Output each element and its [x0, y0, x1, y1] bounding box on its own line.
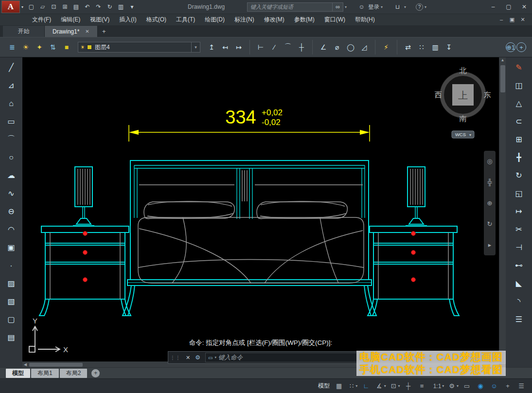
hatch-tool[interactable]: ▨ [3, 275, 19, 291]
trim-tool[interactable]: ✂ [511, 221, 527, 237]
wcs-badge[interactable]: WCS ▾ [452, 131, 474, 138]
dim-baseline-icon[interactable]: ⇄ [402, 41, 414, 54]
fillet-tool[interactable]: ◝ [511, 293, 527, 309]
open-folder-icon[interactable]: ▱ [37, 2, 48, 12]
layer-select[interactable]: ☀ 图层4 ▾ [78, 42, 200, 53]
zoom-icon[interactable]: ⊕ [487, 199, 493, 207]
navbar-more-icon[interactable]: ▸ [488, 241, 492, 249]
drawing-area[interactable]: 334 +0,02 -0,02 [22, 57, 506, 367]
make-layer-current-icon[interactable]: ↥ [205, 41, 218, 54]
quick-dimension-icon[interactable]: ◿ [358, 41, 371, 54]
compass-south[interactable]: 南 [460, 114, 467, 123]
app-logo[interactable]: A [1, 0, 20, 13]
ellipse-arc-tool[interactable]: ◠ [3, 221, 19, 237]
doc-minimize-button[interactable]: – [496, 17, 507, 23]
right-table-lamp[interactable] [406, 167, 427, 226]
layer-panel-icon[interactable]: ≣ [6, 41, 18, 54]
signin-group[interactable]: ☺ 登录 ▾ [356, 2, 383, 12]
chamfer-tool[interactable]: ◣ [511, 275, 527, 291]
pan-icon[interactable]: ╬ [487, 179, 492, 186]
new-tab-button[interactable]: + [98, 26, 110, 37]
minimize-button[interactable]: – [485, 0, 501, 14]
combo-caret-icon[interactable]: ▾ [191, 42, 200, 52]
menu-help[interactable]: 帮助(H) [350, 14, 380, 25]
object-snap-tracking-icon[interactable]: ┼ [404, 381, 415, 392]
add-tool-button[interactable]: + [516, 42, 526, 52]
save-as-icon[interactable]: ⊞ [60, 2, 70, 12]
layout1-tab[interactable]: 布局1 [31, 369, 59, 378]
search-caret-icon[interactable]: ▾ [345, 5, 347, 9]
extend-tool[interactable]: ⊣ [511, 239, 527, 255]
insert-block-tool[interactable]: ▣ [3, 239, 19, 255]
new-file-icon[interactable]: ▢ [26, 2, 36, 12]
array-tool[interactable]: ⊞ [511, 131, 527, 147]
drawing-tab[interactable]: Drawing1* ✕ [45, 26, 98, 37]
menu-format[interactable]: 格式(O) [142, 14, 171, 25]
erase-tool[interactable]: ✎ [511, 59, 527, 75]
annotation-scale-button[interactable]: 1:1▾ [431, 381, 446, 392]
gradient-tool[interactable]: ▧ [3, 293, 19, 309]
viewport-badge-icon[interactable]: ⊕1 [506, 42, 515, 52]
cart-icon[interactable]: ⊔ [392, 2, 403, 12]
grid-display-icon[interactable]: ▦ [334, 381, 346, 392]
quick-measure-icon[interactable]: ⚡ [380, 41, 392, 54]
compass-top-face[interactable]: 上 [458, 90, 468, 101]
layer-on-sun-icon[interactable]: ☀ [19, 41, 32, 54]
layer-transfer-icon[interactable]: ⇅ [47, 41, 59, 54]
print-icon[interactable]: ▤ [71, 2, 81, 12]
dimension-annotation[interactable]: 334 +0,02 -0,02 [129, 107, 370, 142]
right-nightstand[interactable] [368, 226, 459, 316]
scroll-left-icon[interactable]: ◀ [24, 363, 27, 367]
region-tool[interactable]: ▢ [3, 311, 19, 327]
orbit-icon[interactable]: ↻ [487, 220, 493, 228]
ordinate-dimension-icon[interactable]: ┼ [295, 41, 308, 54]
mirror-tool[interactable]: △ [511, 95, 527, 111]
clean-screen-icon[interactable]: + [503, 381, 514, 392]
polar-tracking-icon[interactable]: ∡▾ [375, 381, 388, 392]
workspace-gear-icon[interactable]: ⚙▾ [447, 381, 460, 392]
compass-west[interactable]: 西 [435, 90, 442, 99]
arc-length-dimension-icon[interactable]: ⌒ [282, 41, 294, 54]
vertical-scrollbar[interactable]: ▲ ▼ [499, 57, 506, 361]
scale-tool[interactable]: ◱ [511, 185, 527, 201]
table-tool[interactable]: ▤ [3, 329, 19, 345]
move-tool[interactable]: ╋ [511, 149, 527, 165]
menu-file[interactable]: 文件(F) [27, 14, 56, 25]
dim-style-icon[interactable]: ▥ [429, 41, 442, 54]
binoculars-search-icon[interactable]: ∞ [332, 3, 343, 11]
ellipse-tool[interactable]: ⊖ [3, 203, 19, 219]
aligned-dimension-icon[interactable]: ∕ [268, 41, 281, 54]
app-store-group[interactable]: ⊔ ▾ [392, 2, 406, 12]
stretch-tool[interactable]: ↦ [511, 203, 527, 219]
navigation-wheel-icon[interactable]: ◎ [487, 158, 492, 165]
redo-icon[interactable]: ↷ [93, 2, 104, 12]
menu-tools[interactable]: 工具(T) [171, 14, 200, 25]
left-table-lamp[interactable] [73, 167, 94, 226]
start-tab[interactable]: 开始 [3, 26, 45, 37]
circle-tool[interactable]: ○ [3, 149, 19, 165]
layer-previous-icon[interactable]: ↤ [219, 41, 231, 54]
dim-update-icon[interactable]: ↧ [443, 41, 455, 54]
layer-bulb-icon[interactable]: ✦ [33, 41, 46, 54]
horizontal-scroll-thumb[interactable] [29, 363, 83, 367]
offset-tool[interactable]: ⊂ [511, 113, 527, 129]
help-icon[interactable]: ? [416, 3, 423, 11]
doc-close-button[interactable]: ✕ [517, 17, 528, 23]
lineweight-display-icon[interactable]: ≡ [417, 381, 429, 392]
login-label[interactable]: 登录 [368, 3, 379, 11]
left-nightstand[interactable] [39, 226, 131, 316]
rectangle-tool[interactable]: ▭ [3, 113, 19, 129]
snap-mode-icon[interactable]: ∷▾ [348, 381, 359, 392]
recent-commands-icon[interactable]: ▭ [208, 355, 213, 360]
doc-restore-button[interactable]: ▣ [507, 17, 517, 23]
command-bar-customize-icon[interactable]: ⚙ [193, 354, 202, 361]
help-group[interactable]: ? ▾ [416, 3, 426, 11]
share-user-icon[interactable]: ☺ [489, 381, 501, 392]
command-bar-drag-handle[interactable]: ⋮⋮ [168, 355, 183, 360]
close-tab-icon[interactable]: ✕ [85, 29, 89, 34]
customization-menu-icon[interactable]: ☰ [516, 381, 528, 392]
search-input[interactable] [248, 4, 332, 10]
vertical-scroll-thumb[interactable] [500, 65, 505, 92]
compass-east[interactable]: 东 [484, 90, 491, 99]
layout2-tab[interactable]: 布局2 [60, 369, 88, 378]
